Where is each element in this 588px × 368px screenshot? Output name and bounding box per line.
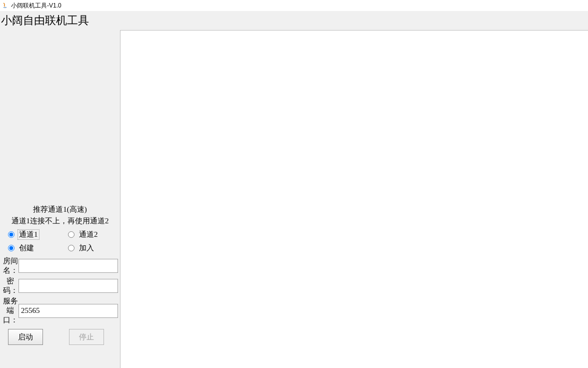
join-radio-input[interactable] <box>68 245 74 251</box>
port-label: 服务端口： <box>2 296 18 325</box>
main-area: 推荐通道1(高速) 通道1连接不上，再使用通道2 通道1 通道2 创建 <box>0 30 588 368</box>
channel-2-label: 通道2 <box>78 229 100 240</box>
window-title: 小阔联机工具-V1.0 <box>11 2 62 10</box>
port-input[interactable] <box>18 304 118 318</box>
channel-1-radio[interactable]: 通道1 <box>2 229 61 240</box>
create-label: 创建 <box>18 243 36 253</box>
channel-2-radio-input[interactable] <box>68 231 74 238</box>
channel-2-radio[interactable]: 通道2 <box>61 229 100 240</box>
channel-radio-row: 通道1 通道2 <box>2 229 118 240</box>
window-title-bar: 小阔联机工具-V1.0 <box>0 0 588 11</box>
room-name-row: 房间名： <box>2 256 118 275</box>
port-row: 服务端口： <box>2 296 118 325</box>
room-name-label: 房间名： <box>2 256 18 275</box>
hint-line-2: 通道1连接不上，再使用通道2 <box>2 215 118 227</box>
password-row: 密码： <box>2 276 118 295</box>
join-label: 加入 <box>78 243 96 253</box>
channel-1-label: 通道1 <box>18 229 40 240</box>
create-radio[interactable]: 创建 <box>2 243 61 253</box>
java-icon <box>1 2 9 10</box>
room-name-input[interactable] <box>18 259 118 273</box>
hint-line-1: 推荐通道1(高速) <box>2 204 118 215</box>
channel-hint: 推荐通道1(高速) 通道1连接不上，再使用通道2 <box>2 204 118 226</box>
password-label: 密码： <box>2 276 18 295</box>
channel-1-radio-input[interactable] <box>8 231 14 238</box>
password-input[interactable] <box>18 279 118 293</box>
start-button[interactable]: 启动 <box>8 329 43 345</box>
app-header: 小阔自由联机工具 <box>0 11 588 30</box>
stop-button[interactable]: 停止 <box>69 329 104 345</box>
content-area <box>120 30 588 368</box>
join-radio[interactable]: 加入 <box>61 243 96 253</box>
button-row: 启动 停止 <box>2 329 118 345</box>
app-title: 小阔自由联机工具 <box>1 14 89 27</box>
sidebar-spacer <box>0 30 120 204</box>
sidebar: 推荐通道1(高速) 通道1连接不上，再使用通道2 通道1 通道2 创建 <box>0 30 120 368</box>
create-radio-input[interactable] <box>8 245 14 251</box>
sidebar-controls: 推荐通道1(高速) 通道1连接不上，再使用通道2 通道1 通道2 创建 <box>0 204 120 368</box>
mode-radio-row: 创建 加入 <box>2 243 118 253</box>
